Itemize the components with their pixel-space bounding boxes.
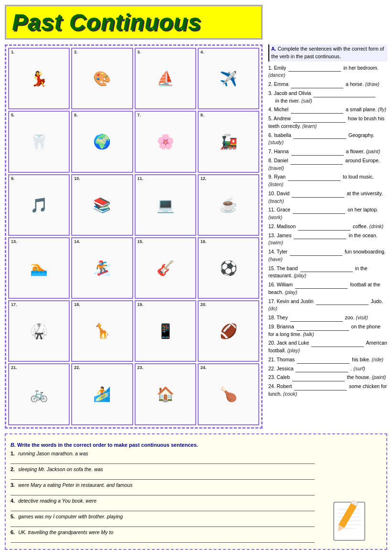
item-hint: (work) — [268, 214, 282, 220]
exercise-item-21: 21. Thomas his bike. (ride) — [268, 356, 387, 364]
item-num: 1. — [268, 65, 273, 71]
grid-cell-10: 10. 📚 — [71, 174, 133, 236]
exercise-item-12: 12. Madison coffee. (drink) — [268, 222, 387, 231]
item-num: 19. — [268, 324, 275, 329]
item-after: on her laptop. — [348, 207, 378, 212]
grid-cell-14: 14. 🏂 — [71, 237, 133, 299]
section-a-instruction: Complete the sentences with the correct … — [271, 46, 384, 59]
item-after: in her bedroom. — [343, 65, 379, 71]
exercise-item-14: 14. Tyler fun snowboarding. (have) — [268, 248, 387, 263]
item-subject: Daniel — [274, 158, 288, 163]
item-hint: (play) — [294, 273, 306, 278]
title-box: Past Continuous — [5, 5, 263, 40]
item-blank[interactable] — [297, 323, 349, 331]
sentence-item-1: 1. running Jason marathon. a was — [11, 451, 315, 464]
answer-line[interactable] — [11, 520, 315, 527]
answer-line[interactable] — [11, 473, 315, 480]
item-blank[interactable] — [298, 222, 350, 231]
cell-number: 6. — [74, 113, 78, 117]
exercise-item-23: 23. Caleb the house. (paint) — [268, 373, 387, 381]
item-after: fun snowboarding. — [345, 249, 386, 254]
sentence-words: were Mary a eating Peter in restaurant. … — [18, 482, 132, 488]
item-blank[interactable] — [290, 157, 343, 165]
item-blank[interactable] — [291, 105, 343, 114]
grid-cell-4: 4. ✈️ — [198, 48, 259, 109]
section-a-letter: A. — [271, 46, 276, 52]
answer-line[interactable] — [11, 536, 315, 543]
section-a-items: 1. Emily in her bedroom. (dance)2. Emma … — [268, 64, 387, 398]
item-blank[interactable] — [290, 314, 343, 322]
exercise-item-4: 4. Michel a small plane. (fly) — [268, 105, 387, 114]
item-after: at the university. — [347, 190, 383, 196]
item-subject: Emily — [274, 65, 286, 71]
item-after: in the ocean. — [349, 232, 377, 238]
item-after: in the river. — [275, 98, 300, 104]
cell-number: 17. — [11, 302, 17, 307]
cell-number: 19. — [138, 302, 144, 307]
item-hint: (visit) — [356, 315, 368, 320]
item-blank[interactable] — [292, 190, 344, 198]
item-hint: (have) — [268, 256, 283, 262]
cell-number: 13. — [11, 239, 17, 244]
item-blank[interactable] — [300, 264, 353, 273]
grid-cell-8: 8. 🚂 — [198, 111, 259, 172]
cell-number: 2. — [74, 50, 78, 54]
cell-drawing: ☕ — [199, 175, 258, 235]
item-blank[interactable] — [293, 115, 346, 123]
cell-number: 14. — [74, 239, 80, 244]
item-blank[interactable] — [311, 339, 364, 347]
item-num: 12. — [268, 223, 275, 229]
item-subject: Jack and Luke — [277, 340, 309, 346]
cell-drawing: 📱 — [136, 301, 195, 361]
cell-number: 24. — [201, 365, 207, 370]
grid-cell-24: 24. 🍗 — [198, 363, 259, 425]
item-blank[interactable] — [295, 281, 348, 289]
item-blank[interactable] — [296, 365, 348, 373]
item-num: 10. — [268, 190, 275, 196]
pencil-icon — [324, 497, 377, 545]
item-blank[interactable] — [291, 147, 344, 156]
cell-number: 10. — [74, 176, 80, 181]
sentence-num: 1. — [11, 451, 15, 456]
cell-number: 20. — [201, 302, 207, 307]
cell-drawing: 🚲 — [9, 364, 69, 424]
item-blank[interactable] — [294, 232, 346, 240]
cell-number: 12. — [201, 176, 207, 181]
item-blank[interactable] — [313, 89, 375, 97]
item-blank[interactable] — [288, 173, 340, 181]
item-blank[interactable] — [291, 80, 343, 88]
cell-drawing: 🎸 — [136, 238, 195, 298]
sentence-words: UK. travelling the grandparents were My … — [18, 529, 113, 535]
grid-cell-7: 7. 🌸 — [135, 111, 196, 172]
item-blank[interactable] — [297, 356, 350, 364]
item-hint: (dance) — [268, 72, 286, 78]
item-blank[interactable] — [290, 248, 342, 256]
answer-line[interactable] — [11, 457, 315, 464]
item-blank[interactable] — [316, 297, 369, 305]
exercise-item-20: 20. Jack and Luke American football. (pl… — [268, 339, 387, 355]
item-num: 14. — [268, 249, 275, 254]
grid-cell-13: 13. 🏊 — [8, 237, 70, 299]
item-num: 23. — [268, 374, 275, 380]
item-hint: (talk) — [303, 331, 314, 337]
grid-cell-1: 1. 💃 — [8, 48, 70, 109]
grid-cell-5: 5. 🦷 — [8, 111, 70, 172]
answer-line[interactable] — [11, 505, 315, 511]
pencil-decoration — [319, 442, 381, 545]
cell-drawing: 🏄 — [72, 364, 132, 424]
item-blank[interactable] — [293, 206, 345, 214]
item-blank[interactable] — [294, 382, 347, 390]
item-after: coffee. — [353, 223, 368, 229]
grid-cell-2: 2. 🎨 — [71, 48, 133, 109]
grid-cell-20: 20. 🏈 — [198, 300, 259, 362]
section-b-layout: B. Write the words in the correct order … — [11, 442, 381, 545]
page-title: Past Continuous — [12, 9, 255, 35]
item-num: 5. — [268, 116, 273, 121]
item-blank[interactable] — [288, 64, 341, 72]
cell-drawing: 💻 — [136, 175, 195, 235]
item-subject: They — [276, 315, 287, 320]
cell-drawing: 💃 — [9, 49, 69, 108]
item-blank[interactable] — [294, 131, 346, 139]
item-blank[interactable] — [292, 373, 345, 381]
answer-line[interactable] — [11, 489, 315, 495]
